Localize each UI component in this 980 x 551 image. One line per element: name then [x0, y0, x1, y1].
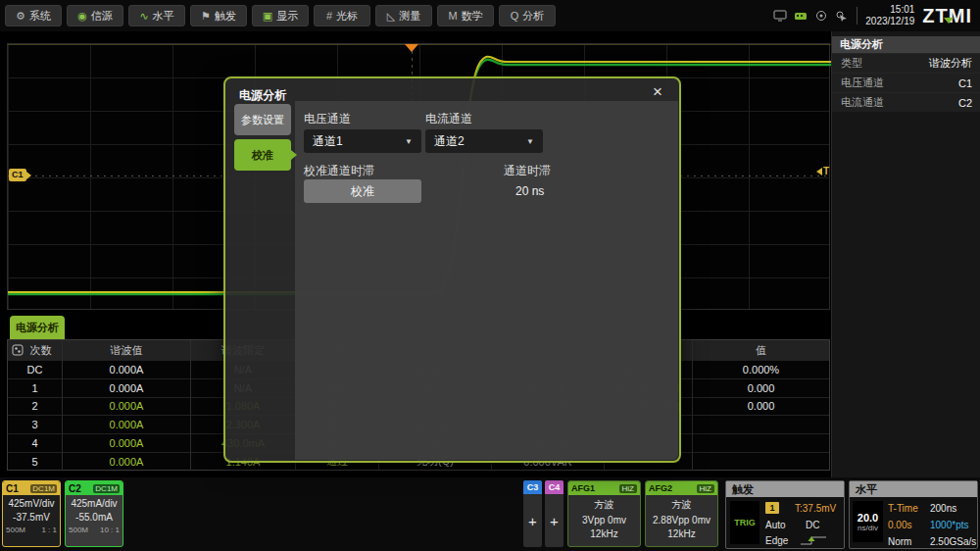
afg-amplitude: 2.88Vpp 0mv — [646, 515, 717, 526]
menu-label: 光标 — [336, 9, 358, 24]
menu-button-source[interactable]: ◉ 信源 — [67, 5, 123, 26]
menu-button-display[interactable]: ▣ 显示 — [252, 5, 309, 26]
menu-button-measure[interactable]: ◺ 测量 — [375, 5, 432, 26]
dialog-content-panel — [295, 101, 678, 460]
brand-logo: ZTMI — [922, 5, 974, 27]
summary-card-title: 电源分析 — [832, 36, 980, 53]
brand-logo-accent — [944, 18, 954, 24]
dialog-tab-calibration[interactable]: 校准 — [234, 139, 291, 171]
afg-frequency: 12kHz — [568, 528, 640, 539]
horizontal-panel-title: 水平 — [850, 481, 977, 497]
channel-probe-ratio: 1 : 1 — [41, 526, 57, 534]
trigger-position-marker[interactable] — [405, 44, 418, 52]
menu-label: 系统 — [29, 9, 51, 24]
table-row-cell: 4 — [8, 433, 62, 452]
menu-button-horizontal[interactable]: ∿ 水平 — [128, 5, 185, 26]
current-channel-value: 通道2 — [434, 133, 465, 150]
power-analysis-dialog: 电源分析 × 参数设置 校准 电压通道 通道1 ▼ 电流通道 通道2 ▼ 校准通… — [223, 76, 681, 463]
channel-offset: -37.5mV — [3, 512, 60, 523]
trigger-coupling[interactable]: DC — [806, 520, 819, 530]
calibrate-button[interactable]: 校准 — [304, 179, 421, 203]
table-row-cell: 0.000A — [62, 415, 190, 433]
row-label: 类型 — [841, 56, 862, 71]
afg-waveform: 方波 — [568, 498, 640, 512]
close-icon[interactable]: × — [648, 82, 667, 102]
horizontal-panel[interactable]: 水平 20.0 ns/div T-Time 200ns 0.00s 1000*p… — [849, 480, 978, 549]
menu-button-system[interactable]: ⚙ 系统 — [5, 5, 62, 26]
clock-date: 2023/12/19 — [865, 16, 914, 28]
usb-icon[interactable] — [794, 10, 808, 22]
menu-label: 显示 — [276, 9, 298, 24]
chevron-down-icon: ▼ — [405, 137, 413, 146]
trigger-level-value: T:37.5mV — [795, 503, 836, 514]
channel-bandwidth: 500M — [69, 526, 88, 534]
network-icon[interactable] — [814, 10, 828, 22]
channel-badge-c2[interactable]: C2 DC1M 425mA/div -55.0mA 500M 10 : 1 — [65, 480, 123, 547]
afg-id: AFG2 — [649, 483, 672, 493]
channel-scale: 425mA/div — [66, 498, 122, 509]
column-header-value2: 值 — [692, 340, 829, 360]
trigger-level-marker[interactable]: T — [816, 166, 829, 176]
menu-button-cursor[interactable]: # 光标 — [314, 5, 370, 26]
channel-skew-value: 20 ns — [515, 184, 544, 198]
table-row-cell — [692, 415, 829, 433]
trigger-panel-title: 触发 — [726, 481, 844, 497]
dialog-tab-parameters[interactable]: 参数设置 — [234, 104, 291, 135]
timebase-scale-box[interactable]: 20.0 ns/div — [853, 501, 883, 542]
trigger-flag-icon: ⚑ — [201, 11, 211, 22]
menu-label: 数学 — [462, 9, 483, 24]
summary-row-current-channel[interactable]: 电流通道 C2 — [832, 92, 980, 112]
channel-badge-c1[interactable]: C1 DC1M 425mV/div -37.5mV 500M 1 : 1 — [2, 480, 61, 547]
current-channel-label: 电流通道 — [425, 111, 472, 127]
table-row-cell: 1 — [8, 378, 62, 397]
timebase-value: 20.0 — [858, 512, 878, 524]
table-row-cell: 0.000% — [692, 360, 829, 378]
menu-button-trigger[interactable]: ⚑ 触发 — [190, 5, 247, 26]
afg-impedance-badge: HiZ — [619, 484, 637, 493]
add-channel-button[interactable]: + — [523, 494, 542, 547]
display-icon: ▣ — [263, 11, 272, 22]
trigger-mode[interactable]: Auto — [765, 520, 786, 530]
channel1-level-marker[interactable]: C1 — [9, 169, 26, 181]
calibrate-skew-label: 校准通道时滞 — [304, 163, 374, 179]
menu-button-analyze[interactable]: Q 分析 — [499, 5, 556, 26]
voltage-channel-value: 通道1 — [313, 133, 343, 150]
measure-triangle-icon: ◺ — [387, 11, 395, 22]
trigger-type[interactable]: Edge — [765, 535, 788, 546]
column-header-order: 次数 — [8, 340, 62, 360]
trigger-source-badge[interactable]: 1 — [765, 502, 779, 514]
summary-row-type[interactable]: 类型 谐波分析 — [832, 53, 980, 73]
sample-rate-value: 2.50GSa/s — [930, 536, 976, 547]
clock: 15:01 2023/12/19 — [865, 4, 914, 28]
table-row-cell: 0.000 — [692, 378, 829, 397]
add-channel-button[interactable]: + — [545, 494, 564, 547]
menu-label: 测量 — [399, 9, 420, 24]
menu-label: 信源 — [91, 9, 113, 24]
tab-power-analysis[interactable]: 电源分析 — [10, 316, 65, 339]
timebase-unit: ns/div — [858, 524, 878, 532]
summary-row-voltage-channel[interactable]: 电压通道 C1 — [832, 73, 980, 92]
table-row-cell: 0.000A — [62, 433, 190, 452]
channel-skew-label: 通道时滞 — [504, 163, 551, 179]
total-time-value: 200ns — [930, 503, 956, 514]
horizontal-wave-icon: ∿ — [139, 11, 148, 22]
afg1-badge[interactable]: AFG1 HiZ 方波 3Vpp 0mv 12kHz — [567, 480, 641, 547]
channel-offset: -55.0mA — [66, 512, 122, 523]
channel-badge-c4[interactable]: C4 + — [545, 480, 564, 547]
table-pin-icon[interactable] — [12, 344, 24, 356]
math-icon: M — [448, 11, 457, 22]
afg2-badge[interactable]: AFG2 HiZ 方波 2.88Vpp 0mv 12kHz — [645, 480, 718, 547]
trigger-level-letter: T — [823, 166, 829, 176]
screen-icon[interactable] — [773, 10, 787, 22]
current-channel-select[interactable]: 通道2 ▼ — [425, 129, 543, 153]
channel-badge-c3[interactable]: C3 + — [523, 480, 542, 547]
trigger-panel[interactable]: 触发 TRIG 1 T:37.5mV Auto DC Edge — [725, 480, 845, 549]
table-row-cell: 5 — [8, 452, 62, 471]
voltage-channel-select[interactable]: 通道1 ▼ — [304, 129, 421, 153]
row-value: 谐波分析 — [929, 56, 972, 71]
delay-value: 0.00s — [888, 520, 923, 530]
menu-label: 水平 — [153, 9, 174, 24]
table-row-cell: 0.000A — [62, 378, 190, 397]
touch-icon[interactable] — [835, 10, 849, 22]
menu-button-math[interactable]: M 数学 — [437, 5, 494, 26]
